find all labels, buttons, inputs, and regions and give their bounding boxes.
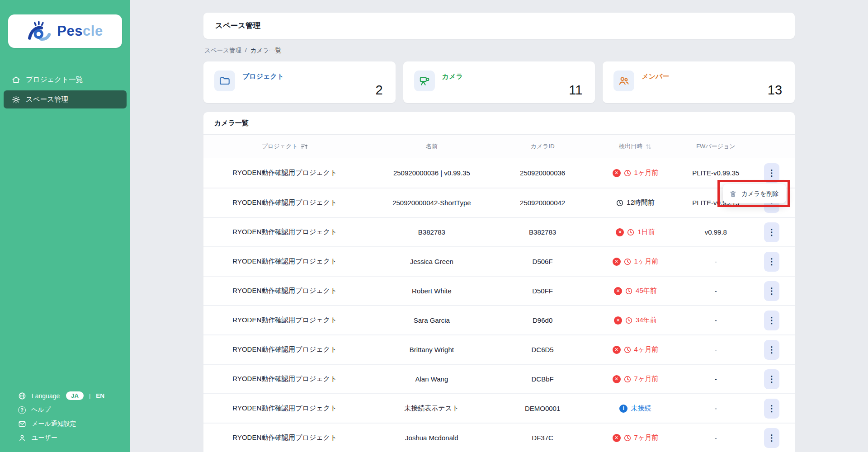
sidebar-item-mail-settings[interactable]: メール通知設定 bbox=[18, 420, 130, 428]
row-menu-button[interactable] bbox=[764, 340, 779, 360]
clock-icon bbox=[624, 170, 631, 177]
table-row[interactable]: RYODEN動作確認用プロジェクト Sara Garcia D96d0 ✕ i … bbox=[203, 305, 795, 334]
breadcrumb-parent[interactable]: スペース管理 bbox=[204, 47, 241, 55]
stat-label-projects: プロジェクト bbox=[242, 71, 284, 81]
cell-fw-version: - bbox=[683, 316, 749, 324]
row-menu-button[interactable] bbox=[764, 369, 779, 389]
sidebar-nav: プロジェクト一覧 スペース管理 bbox=[0, 71, 130, 108]
language-separator: | bbox=[89, 392, 90, 399]
row-menu-button[interactable] bbox=[764, 222, 779, 242]
cell-camera-id: DEMO0001 bbox=[497, 405, 588, 412]
stat-value-projects: 2 bbox=[376, 83, 383, 98]
home-icon bbox=[12, 75, 20, 84]
sidebar-item-help[interactable]: ? ヘルプ bbox=[18, 406, 130, 414]
cell-name: 250920000036 | v0.99.35 bbox=[366, 169, 497, 177]
row-menu-button[interactable] bbox=[764, 311, 779, 330]
stat-label-cameras: カメラ bbox=[442, 71, 463, 81]
stat-card-members: メンバー 13 bbox=[603, 61, 795, 103]
cell-fw-version: - bbox=[683, 258, 749, 265]
table-header-row: プロジェクト 名前 カメラID 検出日時 FWバージョン bbox=[203, 135, 795, 158]
brand-name: Pescle bbox=[57, 23, 103, 39]
column-header-fw-version[interactable]: FWバージョン bbox=[683, 142, 749, 151]
column-header-name[interactable]: 名前 bbox=[366, 142, 497, 151]
camera-list-card: カメラ一覧 プロジェクト 名前 カメラID 検出日時 FWバージョ bbox=[203, 112, 795, 452]
cell-camera-id: D96d0 bbox=[497, 316, 588, 324]
table-row[interactable]: RYODEN動作確認用プロジェクト Alan Wang DCBbF ✕ i 7ヶ… bbox=[203, 364, 795, 393]
cell-project: RYODEN動作確認用プロジェクト bbox=[203, 345, 366, 354]
column-header-detected[interactable]: 検出日時 bbox=[588, 142, 683, 151]
table-row[interactable]: RYODEN動作確認用プロジェクト B382783 B382783 ✕ i 1日… bbox=[203, 217, 795, 246]
user-icon bbox=[18, 434, 26, 442]
row-menu-button[interactable] bbox=[764, 399, 779, 419]
stat-label-members: メンバー bbox=[642, 71, 669, 81]
cell-camera-id: DC6D5 bbox=[497, 346, 588, 353]
sidebar-item-label: スペース管理 bbox=[26, 95, 68, 104]
table-row[interactable]: RYODEN動作確認用プロジェクト Jessica Green D506F ✕ … bbox=[203, 246, 795, 276]
main-content: スペース管理 スペース管理 / カメラ一覧 プロジェクト 2 bbox=[130, 0, 868, 452]
cell-camera-id: DCBbF bbox=[497, 375, 588, 383]
language-switcher[interactable]: Language JA | EN bbox=[18, 391, 130, 400]
table-row[interactable]: RYODEN動作確認用プロジェクト Joshua Mcdonald DF37C … bbox=[203, 423, 795, 452]
cell-detected: ✕ i 4ヶ月前 bbox=[588, 345, 683, 354]
cell-name: Sara Garcia bbox=[366, 316, 497, 324]
detected-text: 4ヶ月前 bbox=[634, 345, 659, 354]
sidebar-item-user[interactable]: ユーザー bbox=[18, 434, 130, 442]
detected-text: 1ヶ月前 bbox=[634, 169, 659, 177]
cell-fw-version: - bbox=[683, 287, 749, 295]
error-icon: ✕ bbox=[613, 169, 621, 177]
page-title: スペース管理 bbox=[215, 21, 260, 31]
detected-text: 7ヶ月前 bbox=[634, 433, 659, 442]
detected-text: 1ヶ月前 bbox=[634, 257, 659, 266]
sidebar-item-space-management[interactable]: スペース管理 bbox=[4, 90, 127, 108]
detected-text: 未接続 bbox=[631, 404, 651, 413]
user-label: ユーザー bbox=[32, 434, 57, 442]
sort-toggle-icon bbox=[645, 143, 652, 150]
clock-icon bbox=[624, 376, 631, 383]
language-ja-pill[interactable]: JA bbox=[66, 391, 84, 400]
cell-camera-id: D506F bbox=[497, 258, 588, 265]
table-row[interactable]: RYODEN動作確認用プロジェクト Robert White D50FF ✕ i… bbox=[203, 276, 795, 305]
stat-card-cameras: カメラ 11 bbox=[403, 61, 595, 103]
table-row[interactable]: RYODEN動作確認用プロジェクト Brittany Wright DC6D5 … bbox=[203, 334, 795, 364]
clock-icon bbox=[625, 317, 632, 324]
cell-name: Alan Wang bbox=[366, 375, 497, 383]
column-header-camera-id[interactable]: カメラID bbox=[497, 142, 588, 151]
clock-icon bbox=[625, 287, 632, 295]
cell-name: Brittany Wright bbox=[366, 346, 497, 353]
detected-text: 45年前 bbox=[636, 287, 657, 295]
table-row[interactable]: RYODEN動作確認用プロジェクト 250920000036 | v0.99.3… bbox=[203, 158, 795, 188]
cell-fw-version: - bbox=[683, 405, 749, 412]
column-header-project[interactable]: プロジェクト bbox=[203, 142, 366, 151]
row-menu-button[interactable] bbox=[764, 252, 779, 272]
sort-ascending-icon bbox=[301, 143, 308, 150]
error-icon: ✕ bbox=[614, 316, 622, 325]
stat-value-cameras: 11 bbox=[569, 83, 582, 98]
brand-logo[interactable]: Pescle bbox=[8, 14, 122, 48]
row-menu-button[interactable] bbox=[764, 428, 779, 448]
language-label: Language bbox=[32, 392, 60, 400]
pescle-eye-icon bbox=[27, 21, 53, 41]
clock-icon bbox=[624, 434, 631, 442]
cell-detected: ✕ i 12時間前 bbox=[588, 198, 683, 207]
delete-camera-menu-item[interactable]: カメラを削除 bbox=[741, 190, 778, 198]
breadcrumb: スペース管理 / カメラ一覧 bbox=[204, 47, 794, 55]
error-icon: ✕ bbox=[613, 346, 621, 354]
stat-card-projects: プロジェクト 2 bbox=[203, 61, 396, 103]
clock-icon bbox=[616, 199, 623, 207]
table-row[interactable]: RYODEN動作確認用プロジェクト 未接続表示テスト DEMO0001 ✕ i … bbox=[203, 393, 795, 423]
help-label: ヘルプ bbox=[31, 406, 51, 414]
row-context-menu: カメラを削除 bbox=[723, 184, 786, 203]
sidebar-item-projects[interactable]: プロジェクト一覧 bbox=[4, 71, 127, 89]
row-menu-button[interactable] bbox=[764, 281, 779, 301]
language-en-option[interactable]: EN bbox=[96, 392, 104, 399]
row-menu-button[interactable] bbox=[764, 163, 779, 183]
globe-icon bbox=[18, 392, 26, 400]
cell-detected: ✕ i 1日前 bbox=[588, 228, 683, 236]
page-header: スペース管理 bbox=[203, 13, 795, 39]
camera-list-title: カメラ一覧 bbox=[203, 112, 795, 135]
clock-icon bbox=[624, 346, 631, 353]
error-icon: ✕ bbox=[616, 228, 624, 236]
cell-project: RYODEN動作確認用プロジェクト bbox=[203, 375, 366, 383]
table-row[interactable]: RYODEN動作確認用プロジェクト 250920000042-ShortType… bbox=[203, 188, 795, 217]
cell-detected: ✕ i 45年前 bbox=[588, 287, 683, 295]
